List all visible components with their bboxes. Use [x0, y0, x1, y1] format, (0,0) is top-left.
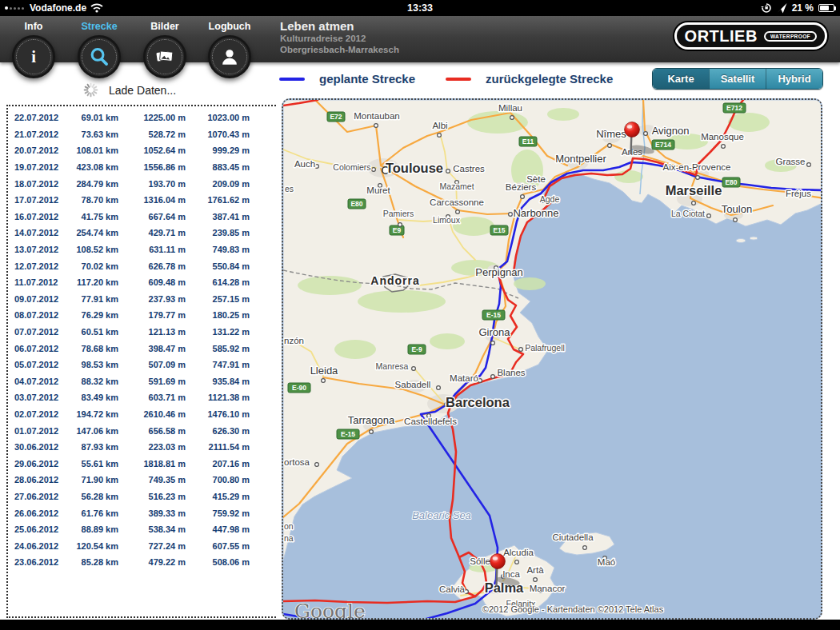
city-label: Colomiers	[333, 162, 370, 172]
table-row[interactable]: 06.07.201278.68 km398.47 m585.92 m	[8, 340, 276, 357]
table-row[interactable]: 09.07.201277.91 km237.93 m257.15 m	[8, 291, 276, 308]
cell-descent: 883.45 m	[186, 162, 250, 172]
legend-line-sample	[446, 78, 471, 81]
city-label: La Ciotat	[671, 209, 705, 218]
cell-distance: 83.49 km	[62, 393, 118, 402]
road-shield-E-90: E-90	[288, 383, 310, 393]
tab-label: Strecke	[66, 21, 133, 32]
cell-distance: 108.52 km	[62, 245, 118, 254]
map-type-button-satellit[interactable]: Satellit	[709, 69, 766, 89]
city-label: Manacor	[530, 584, 566, 593]
cell-distance: 423.08 km	[62, 162, 118, 172]
cell-date: 21.07.2012	[14, 130, 62, 139]
svg-text:E714: E714	[655, 141, 671, 149]
road-shield-E714: E714	[652, 140, 674, 150]
city-label: Grasse	[775, 157, 805, 166]
table-row[interactable]: 17.07.201278.70 km1316.04 m1761.62 m	[8, 192, 276, 209]
table-row[interactable]: 07.07.201260.51 km121.13 m131.22 m	[8, 324, 276, 341]
cell-descent: 626.30 m	[186, 426, 250, 436]
cell-date: 24.06.2012	[14, 541, 62, 551]
table-row[interactable]: 26.06.201261.76 km389.33 m759.92 m	[8, 504, 276, 521]
road-shield-E80: E80	[348, 199, 366, 209]
cell-ascent: 749.35 m	[118, 475, 186, 484]
table-row[interactable]: 28.06.201271.90 km749.35 m700.80 m	[8, 472, 276, 488]
svg-text:E80: E80	[725, 178, 737, 186]
cell-date: 18.07.2012	[14, 179, 62, 189]
battery-percent-label: 21 %	[792, 2, 814, 14]
cell-distance: 76.29 km	[62, 310, 118, 320]
cell-ascent: 179.77 m	[118, 310, 186, 320]
table-row[interactable]: 01.07.2012147.06 km656.58 m626.30 m	[8, 422, 276, 439]
loading-label: Lade Daten...	[109, 84, 176, 97]
table-row[interactable]: 29.06.201255.61 km1818.81 m207.16 m	[8, 455, 276, 472]
cell-date: 23.06.2012	[14, 557, 62, 567]
cell-ascent: 507.09 m	[118, 360, 186, 369]
map-type-button-hybrid[interactable]: Hybrid	[766, 69, 822, 89]
cell-distance: 98.53 km	[62, 360, 118, 369]
cell-distance: 284.79 km	[62, 179, 118, 189]
city-label: Andorra	[370, 274, 419, 287]
map-type-button-karte[interactable]: Karte	[653, 69, 709, 89]
table-row[interactable]: 19.07.2012423.08 km1556.86 m883.45 m	[8, 159, 276, 176]
table-row[interactable]: 25.06.201288.89 km538.34 m447.98 m	[8, 521, 276, 538]
table-row[interactable]: 14.07.2012254.74 km429.71 m239.85 m	[8, 225, 276, 241]
table-row[interactable]: 30.06.201287.93 km223.03 m2111.54 m	[8, 439, 276, 456]
city-label: Montauban	[354, 111, 400, 121]
cell-descent: 585.92 m	[186, 344, 250, 353]
city-label: Maó	[598, 557, 615, 567]
cell-date: 07.07.2012	[14, 327, 62, 337]
cell-date: 19.07.2012	[14, 162, 62, 172]
cell-descent: 239.85 m	[186, 228, 250, 237]
city-label: Sabadell	[395, 380, 431, 389]
table-row[interactable]: 27.06.201256.28 km516.23 m415.29 m	[8, 488, 276, 505]
cell-ascent: 609.48 m	[118, 277, 186, 287]
city-label: Barcelona	[446, 395, 510, 409]
spinner-icon	[82, 82, 99, 98]
map-copyright: ©2012 Google - Kartendaten ©2012 Tele At…	[482, 604, 664, 614]
table-row[interactable]: 16.07.201241.75 km667.64 m387.41 m	[8, 209, 276, 225]
daily-stats-panel: 22.07.201269.01 km1225.00 m1023.00 m21.0…	[6, 105, 276, 618]
tab-logbuch[interactable]: Logbuch	[196, 16, 263, 32]
cell-date: 09.07.2012	[14, 294, 62, 304]
cell-distance: 117.20 km	[62, 277, 118, 287]
cell-date: 17.07.2012	[14, 195, 62, 205]
cell-date: 11.07.2012	[14, 277, 62, 287]
cell-date: 12.07.2012	[14, 261, 62, 271]
table-row[interactable]: 18.07.2012284.79 km193.70 m209.09 m	[8, 175, 276, 192]
cell-descent: 447.98 m	[186, 524, 250, 534]
city-label: Avignon	[652, 125, 690, 137]
svg-text:E80: E80	[350, 200, 362, 208]
table-row[interactable]: 21.07.201273.63 km528.72 m1070.43 m	[8, 126, 276, 143]
table-row[interactable]: 23.06.201285.28 km479.22 m508.06 m	[8, 554, 276, 571]
cell-ascent: 429.71 m	[118, 228, 186, 237]
table-row[interactable]: 04.07.201288.32 km591.69 m935.84 m	[8, 373, 276, 390]
ortlieb-logo: ORTLIEB WATERPROOF	[674, 22, 827, 50]
map-canvas[interactable]: E72E11E80E9E15E712E714E80E-15E-9E-90E-15…	[282, 98, 822, 620]
cell-ascent: 528.72 m	[118, 130, 186, 139]
table-row[interactable]: 22.07.201269.01 km1225.00 m1023.00 m	[8, 110, 276, 126]
road-shield-E15: E15	[490, 225, 508, 235]
cell-ascent: 223.03 m	[118, 442, 186, 452]
table-row[interactable]: 20.07.2012108.01 km1052.64 m999.29 m	[8, 142, 276, 159]
cell-ascent: 1818.81 m	[118, 459, 186, 469]
tab-strecke[interactable]: Strecke	[66, 16, 133, 32]
page-title: Leben atmen	[280, 19, 399, 33]
table-row[interactable]: 12.07.201270.02 km626.78 m550.84 m	[8, 257, 276, 274]
table-row[interactable]: 13.07.2012108.52 km631.11 m749.83 m	[8, 241, 276, 258]
tab-info[interactable]: Infoi	[0, 16, 67, 32]
table-row[interactable]: 03.07.201283.49 km603.71 m1121.38 m	[8, 389, 276, 406]
svg-text:E-90: E-90	[292, 384, 306, 392]
tab-bilder[interactable]: Bilder	[131, 16, 198, 32]
table-row[interactable]: 08.07.201276.29 km179.77 m180.25 m	[8, 307, 276, 324]
cell-ascent: 1052.64 m	[118, 146, 186, 155]
cell-ascent: 516.23 m	[118, 492, 186, 501]
cell-date: 16.07.2012	[14, 212, 62, 221]
daily-stats-table: 22.07.201269.01 km1225.00 m1023.00 m21.0…	[8, 110, 276, 571]
table-row[interactable]: 11.07.2012117.20 km609.48 m614.28 m	[8, 274, 276, 291]
table-row[interactable]: 05.07.201298.53 km507.09 m747.91 m	[8, 357, 276, 373]
cell-date: 01.07.2012	[14, 426, 62, 436]
cell-distance: 41.75 km	[62, 212, 118, 221]
table-row[interactable]: 24.06.2012120.54 km727.24 m607.55 m	[8, 537, 276, 554]
cell-ascent: 121.13 m	[118, 327, 186, 337]
table-row[interactable]: 02.07.2012194.72 km2610.46 m1476.10 m	[8, 406, 276, 423]
